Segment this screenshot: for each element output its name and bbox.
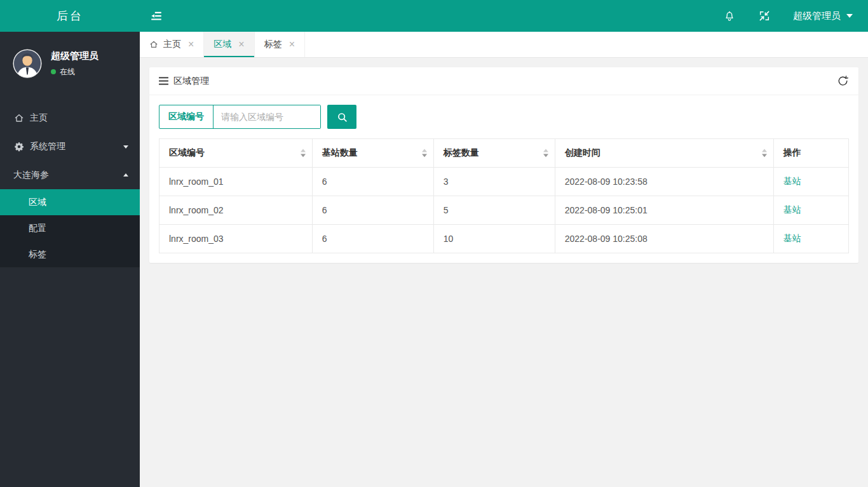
region-table: 区域编号 基站数量 标签数量: [159, 138, 849, 253]
user-menu-label: 超级管理员: [793, 10, 841, 22]
tab-tag[interactable]: 标签 ×: [255, 32, 305, 57]
gear-icon: [14, 142, 24, 152]
cell-base-station-count: 6: [312, 168, 433, 196]
tab-region[interactable]: 区域 ×: [204, 32, 254, 57]
sidebar-item-label: 系统管理: [30, 141, 65, 152]
user-profile: 超级管理员 在线: [0, 32, 140, 91]
sort-icon[interactable]: [422, 147, 427, 160]
sidebar-item-dalian-haishen[interactable]: 大连海参: [0, 161, 140, 189]
cell-tag-count: 3: [433, 168, 555, 196]
sidebar-subitem-label: 区域: [29, 197, 46, 208]
sidebar: 超级管理员 在线 主页 系统管理 大连: [0, 32, 140, 487]
sidebar-item-system-management[interactable]: 系统管理: [0, 132, 140, 161]
sidebar-subitem-tag[interactable]: 标签: [0, 241, 140, 267]
user-menu[interactable]: 超级管理员: [793, 10, 853, 22]
column-header[interactable]: 标签数量: [433, 139, 555, 168]
list-icon: [159, 77, 168, 85]
cell-created-time: 2022-08-09 10:23:58: [555, 168, 773, 196]
panel-body: 区域编号: [149, 95, 858, 263]
search-icon: [337, 112, 348, 123]
base-station-link[interactable]: 基站: [783, 176, 801, 186]
topbar-right: 超级管理员: [723, 10, 853, 22]
cell-region-code: lnrx_room_02: [159, 196, 313, 225]
sidebar-subitem-label: 标签: [29, 249, 46, 260]
sidebar-menu: 主页 系统管理 大连海参 区域 配置 标签: [0, 103, 140, 267]
region-code-input[interactable]: [214, 105, 320, 128]
user-status: 在线: [51, 67, 98, 77]
main-area: 主页 × 区域 × 标签 × 区域管理: [140, 0, 868, 487]
refresh-icon: [837, 75, 849, 87]
close-icon[interactable]: ×: [188, 39, 194, 50]
exit-fullscreen-button[interactable]: [759, 10, 770, 22]
base-station-link[interactable]: 基站: [783, 233, 801, 243]
column-header: 操作: [773, 139, 848, 168]
column-header[interactable]: 创建时间: [555, 139, 773, 168]
tab-home[interactable]: 主页 ×: [140, 32, 204, 57]
sidebar-item-label: 大连海参: [13, 170, 49, 181]
online-status-label: 在线: [60, 67, 75, 77]
chevron-down-icon: [846, 14, 853, 21]
panel-title-text: 区域管理: [173, 76, 209, 87]
tab-label: 区域: [214, 39, 231, 50]
cell-base-station-count: 6: [312, 196, 433, 225]
sort-icon[interactable]: [301, 147, 306, 160]
table-row: lnrx_room_02 6 5 2022-08-09 10:25:01 基站: [159, 196, 849, 225]
search-button[interactable]: [327, 105, 356, 129]
tab-label: 标签: [264, 39, 282, 50]
sort-icon[interactable]: [762, 147, 767, 160]
app-logo: 后台: [0, 0, 140, 32]
search-row: 区域编号: [159, 105, 849, 129]
base-station-link[interactable]: 基站: [783, 204, 801, 215]
user-name: 超级管理员: [51, 50, 98, 62]
cell-base-station-count: 6: [312, 225, 433, 253]
sidebar-subitem-label: 配置: [29, 223, 46, 234]
cell-region-code: lnrx_room_01: [159, 168, 313, 196]
topbar-main: 超级管理员: [140, 0, 868, 32]
table-row: lnrx_room_03 6 10 2022-08-09 10:25:08 基站: [159, 225, 849, 253]
home-icon: [14, 113, 24, 123]
notifications-button[interactable]: [723, 10, 736, 22]
table-row: lnrx_room_01 6 3 2022-08-09 10:23:58 基站: [159, 168, 849, 196]
cell-created-time: 2022-08-09 10:25:08: [555, 225, 773, 253]
sidebar-item-label: 主页: [30, 112, 48, 124]
sidebar-toggle-button[interactable]: [150, 10, 163, 22]
region-management-panel: 区域管理 区域编号: [149, 67, 858, 263]
exit-fullscreen-icon: [759, 10, 770, 22]
refresh-button[interactable]: [837, 75, 849, 87]
sidebar-submenu: 区域 配置 标签: [0, 189, 140, 267]
search-field-label: 区域编号: [159, 105, 214, 128]
cell-created-time: 2022-08-09 10:25:01: [555, 196, 773, 225]
chevron-up-icon: [123, 171, 128, 177]
sidebar-subitem-region[interactable]: 区域: [0, 189, 140, 215]
column-header[interactable]: 区域编号: [159, 139, 313, 168]
sidebar-item-home[interactable]: 主页: [0, 103, 140, 132]
column-header[interactable]: 基站数量: [312, 139, 433, 168]
user-profile-text: 超级管理员 在线: [51, 50, 98, 77]
home-icon: [149, 40, 158, 49]
close-icon[interactable]: ×: [238, 39, 244, 50]
cell-tag-count: 5: [433, 196, 555, 225]
avatar: [13, 49, 42, 78]
cell-region-code: lnrx_room_03: [159, 225, 313, 253]
online-status-dot: [51, 69, 56, 74]
cell-tag-count: 10: [433, 225, 555, 253]
bell-icon: [723, 10, 736, 22]
chevron-down-icon: [123, 145, 128, 151]
content-area: 区域管理 区域编号: [140, 58, 868, 272]
close-icon[interactable]: ×: [289, 39, 295, 50]
tab-bar: 主页 × 区域 × 标签 ×: [140, 32, 868, 58]
app-header: 后台: [0, 0, 868, 32]
sidebar-collapse-icon: [150, 10, 163, 22]
tab-label: 主页: [163, 39, 181, 50]
table-header-row: 区域编号 基站数量 标签数量: [159, 139, 849, 168]
sort-icon[interactable]: [543, 147, 548, 160]
search-input-group: 区域编号: [159, 105, 321, 129]
panel-title: 区域管理: [159, 76, 209, 87]
sidebar-subitem-config[interactable]: 配置: [0, 215, 140, 241]
panel-header: 区域管理: [149, 67, 858, 95]
